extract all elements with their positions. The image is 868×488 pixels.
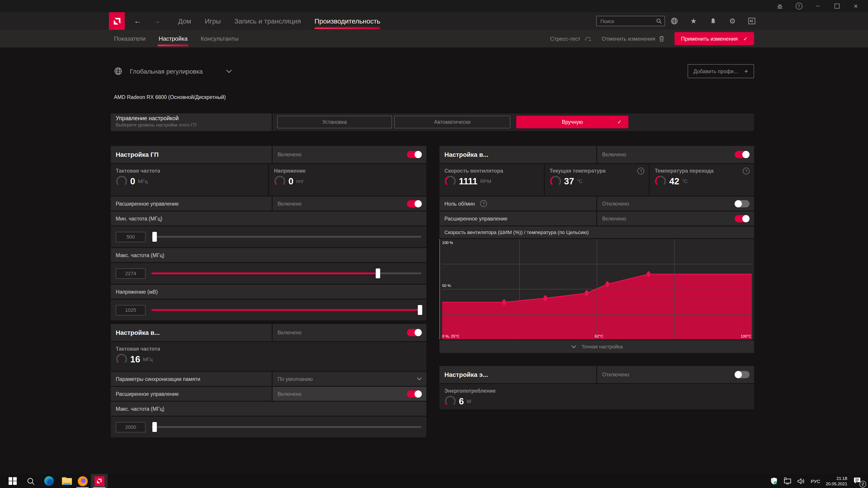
performance-subnav: Показатели Настройка Консультанты Стресс… (0, 30, 868, 47)
min-freq-slider[interactable] (151, 236, 421, 238)
star-icon[interactable]: ★ (689, 17, 698, 25)
fan-tuning-toggle[interactable] (735, 151, 749, 158)
radeon-software-taskbar-icon[interactable] (91, 474, 107, 488)
max-freq-slider-row: 2274 (111, 263, 426, 284)
zero-rpm-toggle[interactable] (735, 200, 749, 207)
max-freq-slider[interactable] (151, 272, 421, 274)
mem-timing-label: Параметры синхронизации памяти (111, 372, 272, 386)
globe-icon[interactable] (670, 17, 678, 25)
vram-advanced-toggle[interactable] (407, 390, 422, 397)
edge-icon[interactable] (43, 476, 54, 486)
voltage-value[interactable]: 1025 (116, 305, 146, 315)
fine-tuning-label: Точная настройка (582, 344, 623, 349)
minimize-button[interactable]: – (814, 1, 822, 9)
zero-rpm-label: Ноль об/мин (444, 201, 475, 206)
tuning-control-subtitle: Выберите уровень настройки этого ГП (116, 123, 272, 127)
current-temp-gauge (550, 175, 561, 187)
apply-changes-button[interactable]: Применить изменения ✓ (675, 32, 754, 45)
fan-curve-chart[interactable]: 100 % 50 % 0 %, 25°C 62°C 100°C (439, 239, 754, 339)
current-temp-label: Текущая температура (550, 168, 645, 173)
slider-handle[interactable] (376, 268, 380, 278)
mode-manual-button[interactable]: Вручную✓ (516, 116, 628, 128)
stress-test-button[interactable]: Стресс-тест (550, 35, 592, 42)
fan-advanced-toggle[interactable] (735, 215, 749, 222)
add-profile-button[interactable]: Добавить профи... + (687, 64, 754, 78)
min-freq-value[interactable]: 500 (116, 232, 146, 242)
junction-temp-value: 42 (669, 176, 680, 186)
gear-icon[interactable]: ⚙ (728, 17, 737, 25)
gpu-voltage-value: 0 (288, 176, 293, 186)
gauge-icon (584, 36, 592, 41)
gpu-tuning-toggle[interactable] (407, 151, 422, 158)
vram-max-freq-slider[interactable] (151, 426, 421, 428)
language-indicator[interactable]: РУС (811, 478, 820, 484)
min-freq-slider-row: 500 (111, 226, 426, 247)
apply-changes-label: Применить изменения (681, 35, 738, 42)
maximize-button[interactable] (833, 2, 841, 10)
vram-max-freq-value[interactable]: 2000 (116, 422, 146, 432)
current-temp-value: 37 (564, 176, 574, 186)
stress-test-label: Стресс-тест (550, 35, 581, 42)
chevron-down-icon (571, 345, 576, 348)
mem-timing-dropdown[interactable]: По умолчанию (273, 372, 426, 386)
mode-auto-button[interactable]: Автоматически (394, 116, 510, 128)
collapse-panel-icon[interactable] (748, 17, 756, 25)
bug-report-icon[interactable] (776, 2, 784, 10)
fan-advanced-label: Расширенное управление (439, 212, 596, 225)
help-icon[interactable]: ? (743, 168, 749, 174)
slider-handle[interactable] (418, 305, 422, 315)
title-bar: ? – ✕ (0, 0, 868, 12)
max-freq-value[interactable]: 2274 (116, 268, 146, 279)
nav-record-stream[interactable]: Запись и трансляция (235, 12, 301, 30)
fine-tuning-expander[interactable]: Точная настройка (439, 340, 754, 353)
toolbar-icons: ★ ⚙ (670, 12, 756, 30)
gpu-advanced-toggle[interactable] (407, 200, 422, 207)
mode-preset-button[interactable]: Установка (277, 116, 392, 128)
network-icon[interactable] (784, 477, 792, 485)
vram-max-freq-label: Макс. частота (МГц) (111, 402, 426, 416)
file-explorer-icon[interactable] (61, 476, 72, 486)
close-button[interactable]: ✕ (852, 2, 860, 10)
back-arrow-icon[interactable]: ← (134, 12, 142, 30)
voltage-label: Напряжение (мВ) (111, 285, 426, 299)
profile-selector-label: Глобальная регулировка (130, 68, 203, 75)
gpu-name: AMD Radeon RX 6800 (Основной/Дискретный) (114, 94, 754, 100)
search-input[interactable] (599, 18, 656, 24)
fan-speed-gauge (444, 175, 456, 187)
slider-handle[interactable] (152, 422, 157, 432)
profile-selector[interactable]: Глобальная регулировка (114, 67, 232, 75)
windows-taskbar: РУС 21:18 20.05.2021 2 (0, 474, 868, 488)
discard-changes-button[interactable]: Отменить изменения (602, 35, 665, 42)
help-icon[interactable]: ? (795, 2, 803, 10)
fan-tuning-panel: Настройка в... Включено Скорость вентиля… (439, 146, 754, 353)
tab-advisors[interactable]: Консультанты (201, 30, 239, 47)
taskbar-search-icon[interactable] (25, 476, 36, 486)
firefox-icon[interactable] (74, 474, 91, 488)
vram-clock-value: 16 (130, 354, 141, 364)
speaker-icon[interactable] (797, 477, 805, 485)
tab-metrics[interactable]: Показатели (114, 30, 146, 47)
power-draw-value: 6 (459, 396, 464, 406)
start-button[interactable] (7, 476, 18, 486)
amd-logo[interactable] (109, 12, 125, 30)
notification-center-icon[interactable]: 2 (852, 477, 864, 486)
notification-badge: 2 (860, 481, 866, 487)
nav-home[interactable]: Дом (178, 12, 191, 30)
vram-clock-gauge (116, 353, 127, 365)
chevron-down-icon (417, 377, 422, 381)
clock[interactable]: 21:18 20.05.2021 (826, 476, 847, 486)
bell-icon[interactable] (709, 17, 717, 25)
help-icon[interactable]: ? (480, 200, 487, 207)
slider-handle[interactable] (152, 232, 157, 242)
voltage-slider[interactable] (151, 309, 421, 311)
chevron-down-icon (226, 69, 232, 73)
search-box[interactable] (596, 16, 665, 26)
forward-arrow-icon[interactable]: → (153, 12, 160, 30)
nav-games[interactable]: Игры (205, 12, 221, 30)
junction-temp-gauge (655, 175, 666, 187)
nav-performance[interactable]: Производительность (314, 12, 380, 30)
defender-shield-icon[interactable] (770, 477, 778, 485)
vram-tuning-toggle[interactable] (407, 329, 422, 336)
tab-tuning[interactable]: Настройка (159, 30, 188, 47)
power-tuning-toggle[interactable] (735, 371, 749, 378)
